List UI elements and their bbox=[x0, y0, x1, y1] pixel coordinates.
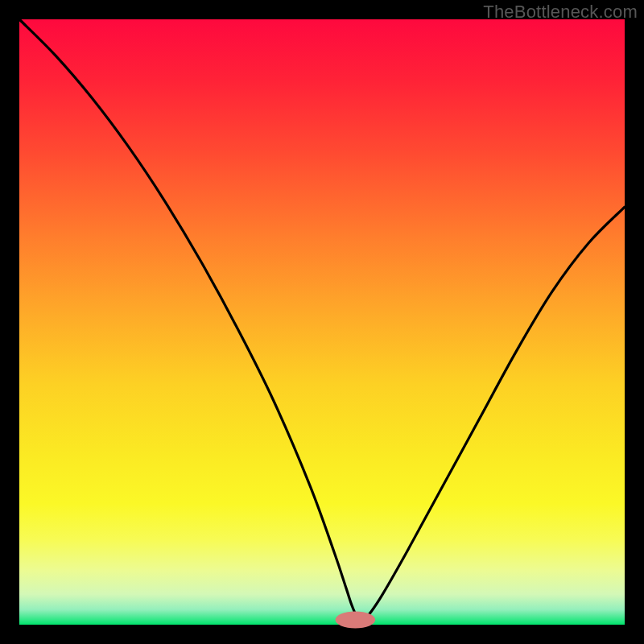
watermark-text: TheBottleneck.com bbox=[483, 2, 638, 23]
bottleneck-chart bbox=[0, 0, 644, 644]
chart-frame: { "watermark": "TheBottleneck.com", "cha… bbox=[0, 0, 644, 644]
min-marker bbox=[336, 611, 376, 628]
